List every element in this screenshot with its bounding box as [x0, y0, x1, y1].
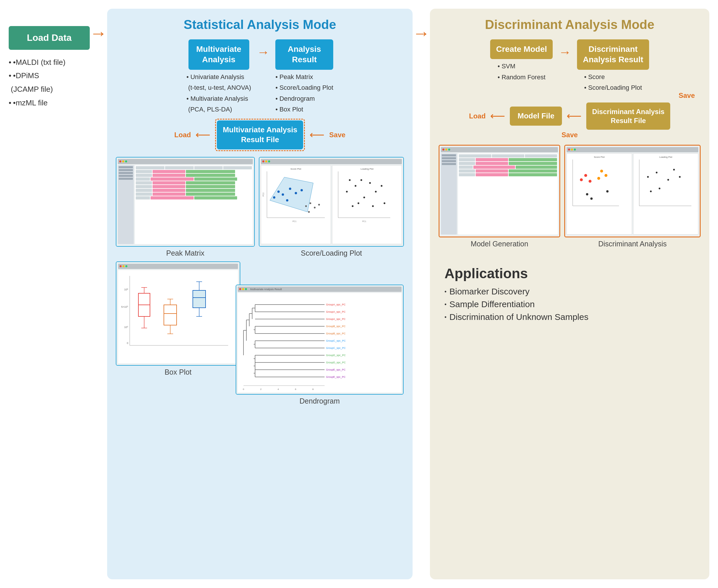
app-bullet-3: •	[444, 314, 446, 320]
svg-point-20	[355, 185, 356, 187]
model-gen-wrapper: Model Generation	[439, 145, 560, 248]
den-dot-red	[239, 288, 241, 290]
multivariate-box[interactable]: MultivariateAnalysis	[188, 39, 249, 70]
th-4	[223, 166, 252, 169]
discriminant-title: Discriminant Analysis Mode	[439, 17, 701, 32]
applications-title: Applications	[444, 266, 695, 281]
mg-c11	[476, 169, 508, 172]
svg-text:10⁵: 10⁵	[124, 326, 128, 329]
svg-text:4: 4	[278, 388, 279, 391]
stb-dot-yellow	[265, 161, 267, 163]
model-file-box[interactable]: Model File	[510, 107, 562, 126]
tc-h6	[136, 189, 152, 192]
create-model-group: Create Model SVM Random Forest	[490, 39, 553, 83]
da-body: Score Plot	[567, 153, 698, 234]
tc-h2	[136, 174, 152, 177]
tc-h3	[136, 177, 150, 181]
mg-c1	[459, 158, 475, 161]
app-item-3: • Discrimination of Unknown Samples	[444, 312, 695, 322]
tb-dot-yellow	[122, 161, 124, 163]
svg-point-109	[589, 180, 591, 183]
tc-p2	[152, 174, 185, 177]
disc-result-file-box[interactable]: Discriminant AnalysisResult File	[586, 103, 670, 130]
svg-point-26	[381, 185, 382, 187]
mg-c7	[459, 166, 473, 169]
tc-g8	[194, 196, 237, 200]
tc-g5	[186, 185, 235, 188]
bp-titlebar	[118, 264, 238, 269]
svg-point-11	[314, 207, 316, 208]
mg-c13	[459, 173, 475, 176]
stat-save-label: Save	[329, 131, 345, 139]
mg-s3	[442, 160, 456, 162]
svg-text:Loading Plot: Loading Plot	[659, 156, 672, 159]
svg-text:10⁶: 10⁶	[124, 288, 128, 291]
stat-to-disc-arrow: →	[413, 25, 430, 42]
mg-s4	[442, 163, 456, 165]
mg-c3	[509, 158, 557, 161]
th-1	[136, 166, 165, 169]
svg-point-21	[363, 196, 365, 198]
svg-text:GroupE_spc_PC: GroupE_spc_PC	[326, 376, 346, 378]
mg-dot-yellow	[445, 148, 447, 150]
mg-r1	[459, 158, 557, 161]
score-loading-disc-item: Score/Loading Plot	[584, 82, 642, 93]
load-data-button[interactable]: Load Data	[9, 26, 90, 50]
mg-sidebar	[441, 153, 457, 234]
svg-point-19	[346, 191, 348, 192]
tc-h7	[136, 192, 152, 196]
svg-text:PC1: PC1	[362, 220, 366, 222]
disc-analysis-wrapper: Score Plot	[564, 145, 701, 248]
stat-load-label: Load	[174, 131, 191, 139]
svg-text:GroupB_spc_PC: GroupB_spc_PC	[326, 325, 346, 328]
dendrogram-inner: Multivariate Analysis Result	[236, 285, 403, 394]
sidebar-item-1	[119, 166, 133, 168]
load-data-item-mzml: •mzML file	[9, 96, 90, 110]
stat-screenshot-row-1: Peak Matrix	[116, 157, 404, 257]
tc-h5	[136, 185, 152, 188]
stat-load-arrow: ⟵	[195, 129, 210, 141]
svg-text:GroupC_spc_PC: GroupC_spc_PC	[326, 346, 346, 350]
create-model-box[interactable]: Create Model	[490, 39, 553, 59]
tc-e5	[236, 185, 252, 188]
svg-point-29	[360, 179, 362, 181]
den-titlebar: Multivariate Analysis Result	[238, 287, 402, 292]
tc-e3	[238, 177, 252, 181]
svg-text:GroupC_spc_PC: GroupC_spc_PC	[326, 339, 346, 342]
statistical-title: Statistical Analysis Mode	[116, 17, 404, 32]
svg-point-10	[310, 202, 311, 204]
svg-point-28	[372, 205, 374, 207]
da-titlebar	[567, 147, 698, 152]
mg-s1	[442, 154, 456, 156]
svg-point-23	[358, 202, 359, 204]
box-plot-screenshot: 10⁶ 5×10⁵ 10⁵ 0	[116, 261, 240, 366]
tc-p6	[152, 189, 185, 192]
box-plot-wrapper: 10⁶ 5×10⁵ 10⁵ 0 Box Plot	[116, 261, 240, 376]
svg-text:Score Plot: Score Plot	[594, 156, 605, 159]
da-score-plot: Score Plot	[567, 153, 632, 234]
stat-result-file-box[interactable]: Multivariate AnalysisResult File	[217, 121, 303, 149]
sidebar-item-5	[119, 178, 133, 180]
svg-text:GroupD_spc_PC: GroupD_spc_PC	[326, 354, 346, 357]
mg-th3	[525, 154, 557, 158]
peak-matrix-sidebar	[118, 165, 134, 244]
tc-e8	[238, 196, 252, 200]
dendrogram-label: Dendrogram	[236, 397, 404, 405]
dendrogram-wrapper: Multivariate Analysis Result	[236, 285, 404, 405]
stat-bottom-flowchart: Load ⟵ Multivariate AnalysisResult File …	[116, 119, 404, 151]
table-row-5	[136, 185, 252, 188]
stat-screenshots: Peak Matrix	[116, 157, 404, 405]
tc-p5	[152, 185, 185, 188]
box-plot-item: Box Plot	[275, 104, 333, 114]
analysis-result-box[interactable]: AnalysisResult	[275, 39, 333, 70]
disc-result-box[interactable]: DiscriminantAnalysis Result	[577, 39, 649, 70]
tc-h4	[136, 181, 152, 184]
svg-text:PC2: PC2	[262, 192, 264, 196]
svg-point-5	[289, 188, 291, 190]
svg-point-8	[300, 189, 303, 191]
sidebar-item-3	[119, 172, 133, 174]
svg-point-13	[308, 211, 310, 213]
svg-point-119	[647, 176, 649, 178]
stat-result-file-wrapper: Multivariate AnalysisResult File	[215, 119, 305, 151]
rf-item: Random Forest	[498, 72, 546, 83]
